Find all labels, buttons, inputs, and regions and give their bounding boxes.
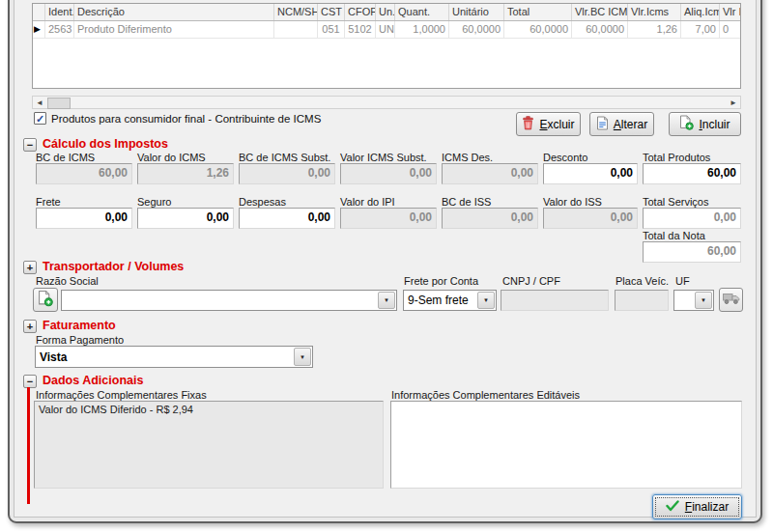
bc-iss-label: BC de ISS	[442, 196, 538, 208]
razao-social-combobox[interactable]: ▼	[61, 290, 397, 311]
desconto-label: Desconto	[543, 152, 638, 163]
cell-cfop[interactable]: 5102	[345, 21, 376, 38]
dados-adicionais-section-title: Dados Adicionais	[43, 374, 143, 387]
grid-header-aliq-icms[interactable]: Aliq.Icms	[681, 4, 720, 20]
scroll-right-icon[interactable]: ►	[727, 97, 740, 108]
cnpj-cpf-label: CNPJ / CPF	[502, 275, 560, 287]
field-total-produtos: Total Produtos 60,00	[643, 152, 741, 184]
consumidor-final-label: Produtos para consumidor final - Contrib…	[51, 113, 321, 125]
cell-ident[interactable]: 2563	[45, 21, 74, 38]
grid-header-vlr-icms[interactable]: Vlr.Icms	[628, 4, 681, 20]
buscar-transportador-button[interactable]	[719, 288, 743, 312]
valor-icms-subst-label: Valor ICMS Subst.	[340, 152, 437, 163]
row-selector-icon: ▶	[33, 21, 45, 38]
scrollbar-thumb[interactable]	[47, 98, 71, 109]
cell-vlrbc-icms[interactable]: 60,0000	[572, 21, 628, 38]
forma-pagamento-value: Vista	[40, 347, 67, 367]
icms-des-label: ICMS Des.	[442, 152, 538, 163]
grid-header-ncm[interactable]: NCM/SH	[274, 4, 318, 20]
cell-vlr-ipi[interactable]: 0	[720, 21, 741, 38]
grid-header-row: Ident. Descrição NCM/SH CST CFOP Un. Qua…	[33, 4, 740, 21]
incluir-label: Incluir	[699, 118, 730, 131]
chevron-down-icon[interactable]: ▼	[477, 292, 495, 309]
grid-header-total[interactable]: Total	[504, 4, 572, 20]
frete-input[interactable]: 0,00	[36, 208, 132, 229]
chevron-down-icon[interactable]: ▼	[695, 292, 712, 309]
dados-adicionais-collapse-button[interactable]: −	[23, 375, 37, 388]
cell-aliq-icms[interactable]: 7,00	[681, 21, 720, 38]
frete-por-conta-label: Frete por Conta	[404, 275, 478, 287]
chevron-down-icon[interactable]: ▼	[294, 348, 311, 366]
cell-un[interactable]: UN	[376, 21, 395, 38]
desconto-input[interactable]: 0,00	[543, 163, 638, 184]
valor-icms-label: Valor do ICMS	[137, 152, 234, 163]
grid-header-vlr-ipi[interactable]: Vlr IPI	[720, 4, 741, 20]
grid-header-cst[interactable]: CST	[318, 4, 345, 20]
total-produtos-input: 60,00	[643, 163, 741, 184]
field-total-servicos: Total Serviços 0,00	[643, 196, 741, 229]
grid-header-indicator	[33, 4, 45, 20]
info-editaveis-textarea[interactable]	[390, 401, 742, 489]
cell-ncm[interactable]	[274, 21, 318, 38]
cell-quant[interactable]: 1,0000	[395, 21, 449, 38]
field-total-nota: Total da Nota 60,00	[643, 230, 741, 263]
transportador-expand-button[interactable]: +	[23, 261, 37, 274]
despesas-input[interactable]: 0,00	[239, 208, 335, 229]
field-seguro: Seguro 0,00	[137, 196, 234, 229]
excluir-button[interactable]: Excluir	[516, 112, 581, 136]
field-despesas: Despesas 0,00	[239, 196, 335, 229]
valor-iss-label: Valor do ISS	[543, 196, 638, 208]
field-valor-icms-subst: Valor ICMS Subst. 0,00	[340, 152, 437, 184]
cell-total[interactable]: 60,0000	[504, 21, 572, 38]
field-bc-iss: BC de ISS 0,00	[442, 196, 538, 229]
cell-vlr-icms[interactable]: 1,26	[628, 21, 681, 38]
placa-label: Placa Veíc.	[616, 275, 669, 287]
grid-header-ident[interactable]: Ident.	[45, 4, 74, 20]
total-nota-label: Total da Nota	[643, 230, 741, 241]
impostos-collapse-button[interactable]: −	[23, 138, 37, 152]
forma-pagamento-combobox[interactable]: Vista ▼	[35, 346, 313, 368]
uf-combobox[interactable]: ▼	[673, 290, 714, 311]
novo-transportador-button[interactable]	[33, 288, 58, 312]
bc-icms-subst-label: BC de ICMS Subst.	[239, 152, 335, 163]
faturamento-expand-button[interactable]: +	[23, 320, 37, 333]
bc-icms-subst-input: 0,00	[239, 163, 335, 184]
field-bc-icms: BC de ICMS 60,00	[36, 152, 132, 184]
grid-header-cfop[interactable]: CFOP	[345, 4, 376, 20]
total-servicos-label: Total Serviços	[643, 196, 741, 208]
alterar-button[interactable]: Alterar	[589, 112, 654, 136]
grid-header-quant[interactable]: Quant.	[395, 4, 449, 20]
chevron-down-icon[interactable]: ▼	[378, 292, 395, 309]
items-grid[interactable]: Ident. Descrição NCM/SH CST CFOP Un. Qua…	[32, 3, 741, 89]
field-valor-icms: Valor do ICMS 1,26	[137, 152, 234, 184]
trash-icon	[522, 116, 534, 133]
cell-cst[interactable]: 051	[318, 21, 345, 38]
total-produtos-label: Total Produtos	[643, 152, 741, 163]
seguro-input[interactable]: 0,00	[137, 208, 234, 229]
grid-header-un[interactable]: Un.	[376, 4, 395, 20]
grid-header-unitario[interactable]: Unitário	[449, 4, 504, 20]
cnpj-cpf-input	[501, 290, 609, 311]
finalizar-button[interactable]: Finalizar	[652, 494, 742, 519]
consumidor-final-checkbox[interactable]: ✓	[34, 112, 46, 125]
grid-row[interactable]: ▶ 2563 Produto Diferimento 051 5102 UN 1…	[33, 21, 740, 39]
cell-unitario[interactable]: 60,0000	[449, 21, 504, 38]
plus-icon: +	[27, 263, 33, 273]
frete-por-conta-combobox[interactable]: 9-Sem frete ▼	[403, 290, 497, 311]
valor-ipi-input: 0,00	[340, 208, 437, 229]
field-bc-icms-subst: BC de ICMS Subst. 0,00	[239, 152, 335, 184]
incluir-button[interactable]: Incluir	[669, 112, 741, 136]
placa-input	[615, 290, 669, 311]
scroll-left-icon[interactable]: ◄	[33, 97, 46, 108]
bc-icms-input: 60,00	[36, 163, 132, 184]
field-valor-iss: Valor do ISS 0,00	[543, 196, 638, 229]
minus-icon: −	[27, 377, 33, 387]
excluir-label: Excluir	[539, 118, 574, 131]
valor-ipi-label: Valor do IPI	[340, 196, 437, 208]
info-fixas-value: Valor do ICMS Diferido - R$ 2,94	[39, 404, 193, 415]
cell-descricao[interactable]: Produto Diferimento	[74, 21, 274, 38]
despesas-label: Despesas	[239, 196, 335, 208]
grid-header-vlrbc-icms[interactable]: Vlr.BC ICMS	[572, 4, 628, 20]
grid-header-descricao[interactable]: Descrição	[74, 4, 274, 20]
grid-horizontal-scrollbar[interactable]: ◄ ►	[32, 96, 741, 109]
